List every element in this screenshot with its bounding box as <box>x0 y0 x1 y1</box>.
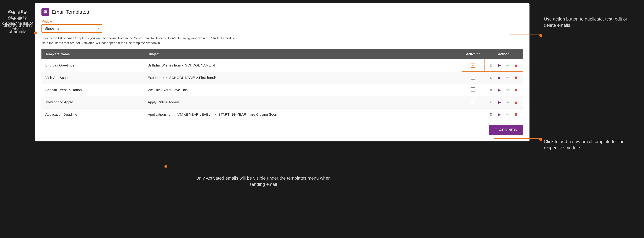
test-icon[interactable]: ▶ <box>497 87 502 93</box>
activated-checkbox-wrapper[interactable] <box>471 75 476 80</box>
cell-subject: We Think You'll Love This! <box>144 84 462 96</box>
activated-checkbox-wrapper[interactable] <box>471 87 476 92</box>
duplicate-icon[interactable]: ⧉ <box>488 63 494 68</box>
email-icon <box>43 10 48 14</box>
add-new-label: ADD NEW <box>499 128 517 132</box>
annotation-text-module: Select the Module to display the list of… <box>2 9 34 32</box>
table-body: Birthday Greetings Birthday Wishes from … <box>42 59 523 121</box>
action-icons-row: ⧉ ▶ ✏ 🗑 <box>488 112 519 118</box>
table-row: Special Event Invitation We Think You'll… <box>42 84 523 96</box>
cell-actions: ⧉ ▶ ✏ 🗑 <box>484 96 523 109</box>
test-icon[interactable]: ▶ <box>497 63 502 68</box>
activated-checkbox[interactable] <box>471 112 476 116</box>
cell-subject: Birthday Wishes from < SCHOOL NAME >! <box>144 59 462 72</box>
email-module-icon <box>42 8 50 16</box>
module-section: Module Students ▾ <box>42 20 523 33</box>
activated-checkbox[interactable] <box>471 87 476 92</box>
activated-checkbox-wrapper[interactable] <box>471 112 476 116</box>
action-icons-row: ⧉ ▶ ✏ 🗑 <box>488 87 519 93</box>
table-row: Birthday Greetings Birthday Wishes from … <box>42 59 523 72</box>
col-header-template-name: Template Name <box>42 49 144 59</box>
card-header: Email Templates <box>42 8 523 16</box>
annotation-line-activated-vertical <box>166 140 166 165</box>
module-label: Module <box>42 20 523 23</box>
module-selected-value: Students <box>44 26 60 31</box>
annotation-text-activated: Only Activated emails will be visible un… <box>192 175 335 187</box>
cell-template-name: Visit Our School <box>42 72 144 84</box>
action-icons-row: ⧉ ▶ ✏ 🗑 <box>488 63 519 68</box>
cell-actions: ⧉ ▶ ✏ 🗑 <box>484 109 523 121</box>
cell-activated <box>462 59 484 72</box>
activated-checkbox-wrapper[interactable] <box>471 63 476 68</box>
delete-icon[interactable]: 🗑 <box>513 100 519 105</box>
cell-template-name: Application Deadline <box>42 109 144 121</box>
cell-template-name: Birthday Greetings <box>42 59 144 72</box>
annotation-line-module <box>34 32 48 32</box>
cell-subject: Experience < SCHOOL NAME > First-hand! <box>144 72 462 84</box>
action-icons-row: ⧉ ▶ ✏ 🗑 <box>488 100 519 105</box>
col-header-subject: Subject <box>144 49 462 59</box>
page-title: Email Templates <box>52 9 89 15</box>
col-header-actions: Actions <box>484 49 523 59</box>
chevron-down-icon: ▾ <box>98 26 99 30</box>
add-new-icon: ☰ <box>494 128 498 132</box>
description-text: Specify the list of email templates you … <box>42 36 456 45</box>
cell-template-name: Special Event Invitation <box>42 84 144 96</box>
table-header: Template Name Subject Activated Actions <box>42 49 523 59</box>
annotation-dot-activated <box>164 165 167 168</box>
cell-actions: ⧉ ▶ ✏ 🗑 <box>484 72 523 84</box>
table-footer: ☰ ADD NEW <box>42 122 523 135</box>
action-icons-row: ⧉ ▶ ✏ 🗑 <box>488 75 519 81</box>
activated-checkbox[interactable] <box>471 100 476 104</box>
cell-activated <box>462 84 484 96</box>
table-row: Application Deadline Applications for < … <box>42 109 523 121</box>
cell-actions: ⧉ ▶ ✏ 🗑 <box>484 59 523 72</box>
annotation-text-addnew: Click to add a new email template for th… <box>544 138 636 151</box>
add-new-button[interactable]: ☰ ADD NEW <box>489 125 523 135</box>
activated-checkbox[interactable] <box>471 63 476 68</box>
annotation-line-addnew <box>494 138 540 139</box>
test-icon[interactable]: ▶ <box>497 112 502 118</box>
duplicate-icon[interactable]: ⧉ <box>488 75 494 81</box>
duplicate-icon[interactable]: ⧉ <box>488 87 494 93</box>
delete-icon[interactable]: 🗑 <box>513 75 519 81</box>
duplicate-icon[interactable]: ⧉ <box>488 112 494 118</box>
annotation-text-actions: Use action button to duplicate, test, ed… <box>544 16 636 28</box>
edit-icon[interactable]: ✏ <box>505 87 511 93</box>
delete-icon[interactable]: 🗑 <box>513 87 519 93</box>
main-card: Email Templates Module Students ▾ Specif… <box>35 3 530 141</box>
table-row: Invitation to Apply Apply Online Today! … <box>42 96 523 109</box>
delete-icon[interactable]: 🗑 <box>513 63 519 68</box>
activated-checkbox[interactable] <box>471 75 476 80</box>
cell-template-name: Invitation to Apply <box>42 96 144 109</box>
test-icon[interactable]: ▶ <box>497 75 502 81</box>
edit-icon[interactable]: ✏ <box>505 63 511 68</box>
col-header-activated: Activated <box>462 49 484 59</box>
cell-actions: ⧉ ▶ ✏ 🗑 <box>484 84 523 96</box>
test-icon[interactable]: ▶ <box>497 100 502 105</box>
edit-icon[interactable]: ✏ <box>505 112 511 118</box>
cell-activated <box>462 109 484 121</box>
cell-activated <box>462 96 484 109</box>
module-select[interactable]: Students ▾ <box>42 24 102 33</box>
edit-icon[interactable]: ✏ <box>505 100 511 105</box>
annotation-line-actions <box>510 34 540 35</box>
cell-subject: Apply Online Today! <box>144 96 462 109</box>
delete-icon[interactable]: 🗑 <box>513 112 519 118</box>
duplicate-icon[interactable]: ⧉ <box>488 100 494 105</box>
email-templates-table: Template Name Subject Activated Actions … <box>42 49 523 121</box>
edit-icon[interactable]: ✏ <box>505 75 511 81</box>
cell-activated <box>462 72 484 84</box>
activated-checkbox-wrapper[interactable] <box>471 100 476 104</box>
cell-subject: Applications for < INTAKE YEAR LEVEL >, … <box>144 109 462 121</box>
table-row: Visit Our School Experience < SCHOOL NAM… <box>42 72 523 84</box>
